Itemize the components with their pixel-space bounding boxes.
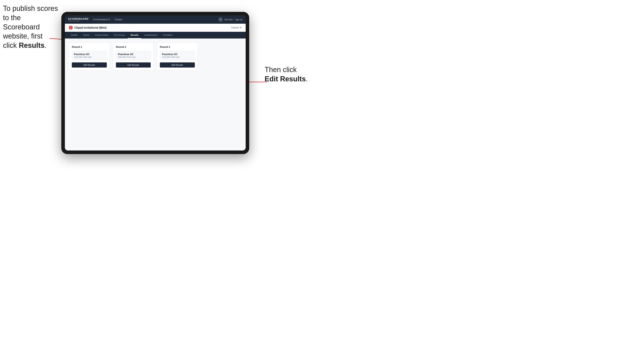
round-2-card: Round 2 Peachtree GC Gold (M) (7010 yds)… bbox=[113, 42, 154, 70]
round-3-course-name: Peachtree GC bbox=[162, 53, 193, 56]
brand-name-text: SCOREBOARD bbox=[68, 17, 88, 20]
sign-out-link[interactable]: Sign out bbox=[235, 18, 242, 21]
round-3-title: Round 3 bbox=[160, 45, 195, 48]
cancel-label: Cancel bbox=[231, 26, 238, 29]
nav-links: TOURNAMENTS TEAMS bbox=[92, 17, 218, 21]
tab-details[interactable]: Details bbox=[68, 32, 80, 38]
round-2-course-card: Peachtree GC Gold (M) (7010 yds) bbox=[116, 51, 151, 60]
tab-tee-groups[interactable]: Tee Groups bbox=[111, 32, 128, 38]
tablet-device: SCOREBOARD Powered by clippd TOURNAMENTS… bbox=[61, 12, 249, 154]
tab-course-setup[interactable]: Course Setup bbox=[92, 32, 111, 38]
nav-teams[interactable]: TEAMS bbox=[114, 17, 122, 21]
round-1-course-name: Peachtree GC bbox=[74, 53, 105, 56]
tournament-header: C Clippd Invitational (Mini) Cancel ✕ bbox=[65, 24, 246, 32]
round-3-course-card: Peachtree GC Gold (M) (7010 yds) bbox=[160, 51, 195, 60]
tournament-name: Clippd Invitational (Mini) bbox=[74, 26, 106, 29]
navbar-right: T Test User | Sign out bbox=[218, 17, 242, 22]
brand-sub-text: Powered by clippd bbox=[68, 20, 88, 21]
rounds-grid: Round 1 Peachtree GC Gold (M) (7010 yds)… bbox=[69, 42, 242, 70]
tournament-icon: C bbox=[69, 26, 73, 30]
round-1-title: Round 1 bbox=[72, 45, 107, 48]
round-1-course-card: Peachtree GC Gold (M) (7010 yds) bbox=[72, 51, 107, 60]
round-3-card: Round 3 Peachtree GC Gold (M) (7010 yds)… bbox=[157, 42, 198, 70]
edit-results-btn-2[interactable]: Edit Results bbox=[116, 62, 151, 68]
tablet-screen: SCOREBOARD Powered by clippd TOURNAMENTS… bbox=[65, 15, 246, 151]
edit-results-btn-3[interactable]: Edit Results bbox=[160, 62, 195, 68]
tab-results[interactable]: Results bbox=[128, 32, 141, 38]
tab-bar: Details Teams Course Setup Tee Groups Re… bbox=[65, 32, 246, 38]
tournament-title-area: C Clippd Invitational (Mini) bbox=[69, 26, 106, 30]
results-content: Round 1 Peachtree GC Gold (M) (7010 yds)… bbox=[65, 38, 246, 151]
page-content: C Clippd Invitational (Mini) Cancel ✕ De… bbox=[65, 24, 246, 151]
round-2-title: Round 2 bbox=[116, 45, 151, 48]
nav-tournaments[interactable]: TOURNAMENTS bbox=[92, 17, 110, 21]
brand-logo: SCOREBOARD Powered by clippd bbox=[68, 17, 88, 21]
round-2-course-details: Gold (M) (7010 yds) bbox=[118, 56, 149, 58]
cancel-x-icon: ✕ bbox=[239, 26, 242, 29]
round-3-course-details: Gold (M) (7010 yds) bbox=[162, 56, 193, 58]
tab-teams[interactable]: Teams bbox=[80, 32, 92, 38]
round-1-card: Round 1 Peachtree GC Gold (M) (7010 yds)… bbox=[69, 42, 110, 70]
user-name: Test User | bbox=[224, 18, 234, 21]
instruction-right: Then click Edit Results. bbox=[265, 65, 316, 84]
top-navbar: SCOREBOARD Powered by clippd TOURNAMENTS… bbox=[65, 15, 246, 24]
tab-printables[interactable]: Printables bbox=[160, 32, 176, 38]
edit-results-btn-1[interactable]: Edit Results bbox=[72, 62, 107, 68]
empty-slot bbox=[201, 42, 242, 70]
round-2-course-name: Peachtree GC bbox=[118, 53, 149, 56]
cancel-button[interactable]: Cancel ✕ bbox=[231, 26, 242, 29]
user-avatar: T bbox=[218, 17, 223, 22]
round-1-course-details: Gold (M) (7010 yds) bbox=[74, 56, 105, 58]
tab-leaderboards[interactable]: Leaderboards bbox=[141, 32, 160, 38]
